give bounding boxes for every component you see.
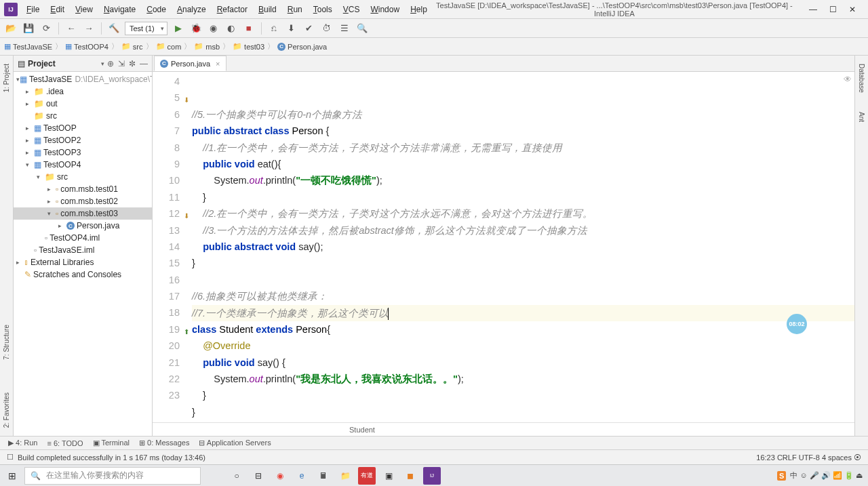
project-structure-icon[interactable]: ☰ [338,22,351,35]
titlebar: IJ FileEditViewNavigateCodeAnalyzeRefact… [0,0,868,19]
structure-tool-tab[interactable]: 7: Structure [3,322,10,363]
bottom-tab[interactable]: ▶ 4: Run [8,439,37,447]
project-tool-tab[interactable]: 1: Project [3,61,10,95]
database-tool-tab[interactable]: Database [858,61,865,96]
close-button[interactable]: ✕ [849,5,856,14]
maximize-button[interactable]: ☐ [829,5,837,14]
tree-item-external-libraries[interactable]: ▸⫾External Libraries [14,256,152,268]
project-tree[interactable]: ▾▦TestJavaSED:\IDEA_workspace\Tes▸📁.idea… [14,72,152,436]
editor-tab-person[interactable]: C Person.java × [154,56,226,71]
run-icon[interactable]: ▶ [172,22,185,35]
breadcrumb-testoop4[interactable]: ▦ TestOOP4 [65,42,108,51]
hide-icon[interactable]: — [140,59,148,68]
tree-item-testoop4-iml[interactable]: ▫TestOOP4.iml [14,232,152,244]
settings-icon[interactable]: ✼ [129,59,136,68]
bottom-tab[interactable]: ▣ Terminal [93,439,130,447]
stop-icon[interactable]: ■ [242,22,256,35]
debug-icon[interactable]: 🐞 [189,22,203,35]
menu-view[interactable]: View [71,2,98,17]
status-message: Build completed successfully in 1 s 167 … [18,453,756,462]
project-view-selector[interactable]: ▤ [18,59,25,68]
tree-item-testoop4[interactable]: ▾▦TestOOP4 [14,159,152,171]
tree-item-testoop2[interactable]: ▸▦TestOOP2 [14,134,152,146]
explorer-icon[interactable]: 📁 [336,467,354,485]
menu-vcs[interactable]: VCS [338,2,365,17]
tree-item-src[interactable]: ▾📁src [14,171,152,183]
open-icon[interactable]: 📂 [4,22,18,35]
youdao-icon[interactable]: 有道 [358,467,376,485]
menu-run[interactable]: Run [283,2,307,17]
expand-icon[interactable]: ⇲ [118,59,125,68]
code-editor[interactable]: 👁 45⬇6789101112⬇13141516171819⬆20212223 … [153,72,854,422]
save-icon[interactable]: 💾 [22,22,35,35]
chrome-icon[interactable]: ◉ [271,467,289,485]
vcs-icon[interactable]: ⎌ [267,22,281,35]
tree-item-com-msb-test03[interactable]: ▾▫com.msb.test03 [14,207,152,220]
menu-edit[interactable]: Edit [45,2,69,17]
menu-file[interactable]: File [22,2,44,17]
menu-navigate[interactable]: Navigate [99,2,140,17]
update-icon[interactable]: ⬇ [285,22,298,35]
tree-item-com-msb-test01[interactable]: ▸▫com.msb.test01 [14,183,152,195]
menu-help[interactable]: Help [406,2,432,17]
breadcrumb-src[interactable]: 📁 src [121,42,143,51]
taskview-icon[interactable]: ⊟ [250,467,267,485]
taskbar-search[interactable]: 🔍 在这里输入你要搜索的内容 [24,467,201,485]
status-icon[interactable]: ☐ [7,453,14,462]
tree-item-testjavase-iml[interactable]: ▫TestJavaSE.iml [14,244,152,256]
tree-item--idea[interactable]: ▸📁.idea [14,85,152,98]
tree-item-testjavase[interactable]: ▾▦TestJavaSED:\IDEA_workspace\Tes [14,73,152,85]
tree-item-testoop[interactable]: ▸▦TestOOP [14,122,152,134]
profile-icon[interactable]: ◐ [224,22,238,35]
bottom-tab[interactable]: ≡ 6: TODO [47,439,83,447]
tree-item-com-msb-test02[interactable]: ▸▫com.msb.test02 [14,195,152,207]
breadcrumb-com[interactable]: 📁 com [156,42,182,51]
commit-icon[interactable]: ✔ [302,22,316,35]
cortana-icon[interactable]: ○ [228,467,245,485]
intellij-taskbar-icon[interactable]: IJ [423,467,441,485]
app-icon-2[interactable]: ◼ [401,467,419,485]
status-right[interactable]: 16:23 CRLF UTF-8 4 spaces ⦿ [756,453,861,462]
tree-item-testoop3[interactable]: ▸▦TestOOP3 [14,146,152,159]
menu-refactor[interactable]: Refactor [212,2,252,17]
menu-tools[interactable]: Tools [309,2,337,17]
breadcrumb-test03[interactable]: 📁 test03 [233,42,264,51]
run-config-dropdown[interactable]: Test (1) [125,22,167,35]
app-icon-1[interactable]: ▣ [380,467,397,485]
favorites-tool-tab[interactable]: 2: Favorites [3,390,10,430]
menu-build[interactable]: Build [254,2,281,17]
line-number-gutter: 45⬇6789101112⬇13141516171819⬆20212223 [153,72,192,422]
editor-crumb-bar[interactable]: Student [153,422,854,436]
tree-item-out[interactable]: ▸📁out [14,98,152,110]
build-icon[interactable]: 🔨 [107,22,121,35]
search-everywhere-icon[interactable]: 🔍 [355,22,369,35]
forward-icon[interactable]: → [82,22,96,35]
menu-analyze[interactable]: Analyze [172,2,211,17]
code-area[interactable]: //5.一个抽象类中可以有0-n个抽象方法public abstract cla… [192,72,854,422]
edge-icon[interactable]: e [293,467,311,485]
breadcrumb-person-java[interactable]: C Person.java [277,43,327,51]
coverage-icon[interactable]: ◉ [207,22,220,35]
start-button[interactable]: ⊞ [0,465,24,487]
editor-tab-label: Person.java [171,60,210,68]
tree-item-person-java[interactable]: ▸CPerson.java [14,220,152,232]
locate-icon[interactable]: ⊕ [107,59,114,68]
bottom-tool-tabs: ▶ 4: Run≡ 6: TODO▣ Terminal⊞ 0: Messages… [0,436,868,449]
ant-tool-tab[interactable]: Ant [858,109,865,125]
tree-item-src[interactable]: 📁src [14,110,152,122]
refresh-icon[interactable]: ⟳ [39,22,53,35]
calculator-icon[interactable]: 🖩 [315,467,332,485]
system-tray[interactable]: S 中 ☺ 🎤 🔊 📶 🔋 ⏏ [777,470,868,481]
bottom-tab[interactable]: ⊞ 0: Messages [139,439,189,447]
back-icon[interactable]: ← [64,22,78,35]
menu-window[interactable]: Window [366,2,404,17]
breadcrumb-testjavase[interactable]: ▦ TestJavaSE [4,42,52,51]
tree-item-scratches-and-consoles[interactable]: ✎Scratches and Consoles [14,268,152,281]
close-tab-icon[interactable]: × [216,60,220,68]
breadcrumb-msb[interactable]: 📁 msb [194,42,220,51]
history-icon[interactable]: ⏱ [320,22,334,35]
navigation-breadcrumb: ▦ TestJavaSE〉▦ TestOOP4〉📁 src〉📁 com〉📁 ms… [0,38,868,56]
menu-code[interactable]: Code [142,2,171,17]
minimize-button[interactable]: — [809,5,817,14]
bottom-tab[interactable]: ⊟ Application Servers [199,439,271,447]
